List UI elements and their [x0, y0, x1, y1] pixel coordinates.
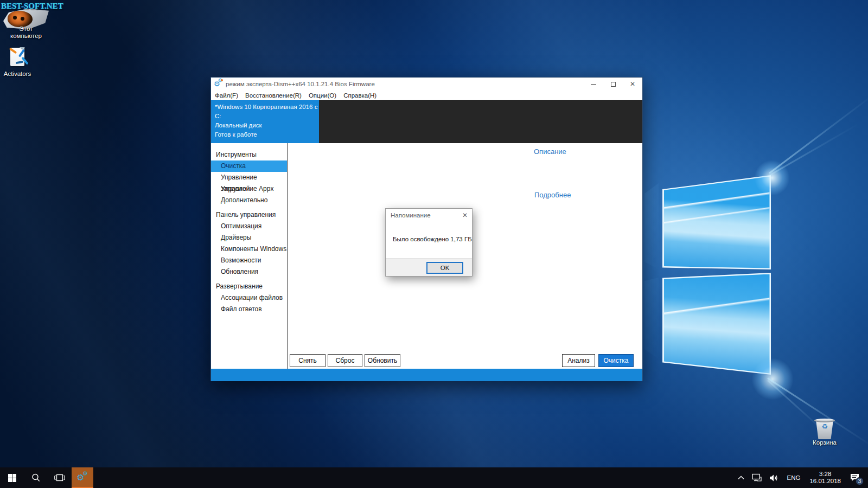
image-tab-selected[interactable]: *Windows 10 Корпоративная 2016 с дол C: … [211, 100, 319, 143]
sidebar: Инструменты Очистка Управление загрузкой… [211, 143, 288, 369]
sidebar-item-features[interactable]: Возможности [211, 255, 287, 266]
windows-logo-pane-sliver [644, 278, 659, 359]
dism-taskbar-icon: ⚙ ⚙ [76, 472, 88, 483]
menu-bar: Файл(F) Восстановление(R) Опции(O) Справ… [211, 91, 642, 100]
remove-button[interactable]: Снять [290, 354, 326, 367]
task-view-icon [54, 473, 65, 482]
sidebar-section-control-panel: Панель управления [211, 209, 287, 221]
chevron-up-icon [738, 476, 744, 480]
minimize-icon [591, 84, 596, 85]
dialog-ok-button[interactable]: OK [426, 262, 463, 274]
sidebar-item-advanced[interactable]: Дополнительно [211, 195, 287, 206]
windows-logo-pane-sliver [644, 183, 659, 269]
window-title: режим эксперта-Dism++x64 10.1.21.4 Bios … [226, 81, 375, 87]
reminder-dialog: Напоминание ✕ Было освобождено 1,73 ГБ O… [385, 208, 473, 277]
dialog-titlebar[interactable]: Напоминание ✕ [386, 209, 472, 222]
clock[interactable]: 3:28 16.01.2018 [805, 471, 845, 485]
image-status: Готов к работе [215, 130, 315, 139]
windows-logo-bottom-pane [662, 273, 771, 375]
window-status-bar [211, 369, 642, 381]
description-label: Описание [534, 147, 566, 156]
desktop-icon-recycle-bin[interactable]: ♻ Корзина [807, 418, 842, 450]
wallpaper-light-ray [769, 94, 868, 174]
menu-recovery[interactable]: Восстановление(R) [245, 92, 307, 99]
start-button[interactable] [0, 467, 24, 488]
sidebar-item-optimization[interactable]: Оптимизация [211, 221, 287, 232]
this-pc-label-line2: компьютер [0, 33, 52, 40]
desktop-icon-activators[interactable]: Activators [0, 46, 35, 79]
image-disk-type: Локальный диск [215, 121, 315, 130]
activators-label: Activators [0, 70, 35, 78]
show-hidden-icons-button[interactable] [734, 467, 748, 488]
language-indicator[interactable]: ENG [782, 474, 806, 481]
tiger-image [8, 11, 33, 27]
recycle-bin-label: Корзина [807, 439, 842, 446]
sidebar-item-cleanup[interactable]: Очистка [211, 160, 287, 172]
taskbar: ⚙ ⚙ ENG 3:28 16.0 [0, 467, 868, 488]
dialog-footer: OK [386, 258, 472, 276]
sidebar-item-answer-file[interactable]: Файл ответов [211, 304, 287, 315]
window-titlebar[interactable]: ⚙ ⚙ режим эксперта-Dism++x64 10.1.21.4 B… [211, 78, 642, 91]
menu-options[interactable]: Опции(O) [309, 92, 341, 99]
menu-help[interactable]: Справка(H) [343, 92, 381, 99]
clock-time: 3:28 [809, 471, 841, 478]
dialog-title: Напоминание [391, 212, 458, 219]
image-drive: C: [215, 112, 315, 121]
close-icon: ✕ [630, 81, 635, 87]
analyze-button[interactable]: Анализ [562, 354, 595, 367]
activators-icon [0, 48, 35, 70]
minimize-button[interactable] [584, 78, 603, 91]
sidebar-item-drivers[interactable]: Драйверы [211, 232, 287, 243]
action-center-button[interactable]: 3 [845, 467, 868, 488]
clock-date: 16.01.2018 [809, 478, 841, 485]
volume-button[interactable] [765, 467, 782, 488]
sidebar-item-file-associations[interactable]: Ассоциации файлов [211, 292, 287, 304]
sidebar-item-appx-management[interactable]: Управление Appx [211, 183, 287, 195]
task-view-button[interactable] [48, 467, 72, 488]
sidebar-section-tools: Инструменты [211, 149, 287, 160]
this-pc-label-line1: Этот [0, 25, 52, 33]
sidebar-item-windows-components[interactable]: Компоненты Windows [211, 243, 287, 255]
menu-file[interactable]: Файл(F) [215, 92, 243, 99]
reset-button[interactable]: Сброс [328, 354, 362, 367]
refresh-button[interactable]: Обновить [365, 354, 400, 367]
search-button[interactable] [24, 467, 48, 488]
recycle-bin-icon: ♻ [815, 418, 834, 439]
maximize-icon [611, 82, 616, 87]
sidebar-item-boot-management[interactable]: Управление загрузкой [211, 172, 287, 183]
search-icon [31, 473, 41, 483]
image-strip-empty-area [319, 100, 642, 143]
dism-app-icon: ⚙ ⚙ [214, 79, 224, 89]
speaker-icon [769, 474, 778, 482]
recycle-symbol: ♻ [815, 423, 834, 431]
network-icon [752, 473, 762, 482]
maximize-button[interactable] [603, 78, 623, 91]
clean-button[interactable]: Очистка [598, 354, 634, 367]
wallpaper-light-ray [769, 123, 859, 176]
details-label: Подробнее [534, 191, 571, 199]
dialog-close-icon[interactable]: ✕ [458, 211, 472, 219]
notification-badge: 3 [856, 477, 864, 485]
windows-logo-icon [8, 474, 16, 482]
dialog-message: Было освобождено 1,73 ГБ [393, 236, 472, 242]
close-button[interactable]: ✕ [623, 78, 642, 91]
image-name: *Windows 10 Корпоративная 2016 с дол [215, 102, 315, 112]
best-soft-watermark: BEST-SOFT.NET [1, 2, 63, 11]
sidebar-item-updates[interactable]: Обновления [211, 266, 287, 278]
network-button[interactable] [748, 467, 765, 488]
windows-logo-top-pane [662, 175, 771, 269]
taskbar-dism-app[interactable]: ⚙ ⚙ [72, 467, 93, 488]
sidebar-section-deployment: Развертывание [211, 280, 287, 292]
